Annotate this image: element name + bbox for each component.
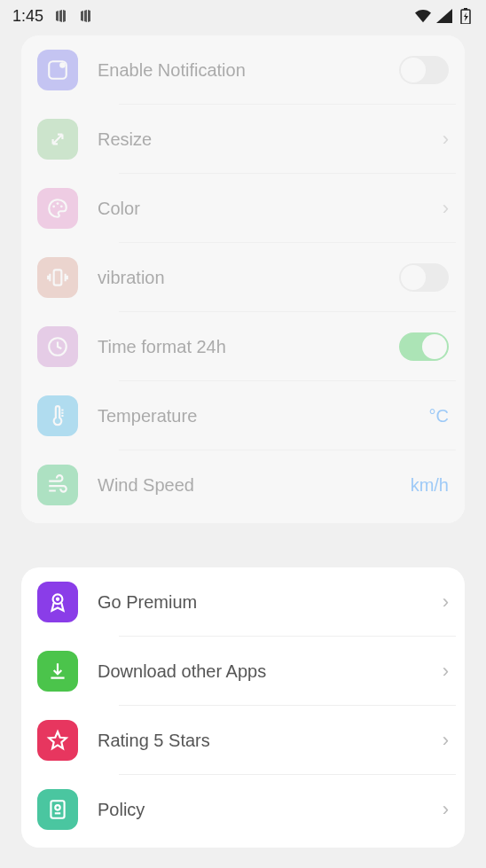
row-color[interactable]: Color ›	[21, 174, 465, 243]
wind-value: km/h	[411, 475, 449, 496]
chevron-right-icon: ›	[443, 590, 449, 614]
settings-group-1: Enable Notification Resize › Color › vib…	[21, 35, 465, 523]
row-label: Color	[98, 199, 443, 219]
temperature-value: °C	[429, 406, 449, 426]
row-resize[interactable]: Resize ›	[21, 105, 465, 174]
toggle-vibration[interactable]	[399, 263, 449, 292]
palette-icon	[37, 188, 78, 229]
row-enable-notification[interactable]: Enable Notification	[21, 35, 465, 105]
svg-rect-1	[464, 8, 467, 10]
svg-point-5	[57, 202, 59, 205]
row-label: Wind Speed	[98, 475, 411, 496]
wifi-icon	[415, 8, 431, 24]
row-go-premium[interactable]: Go Premium ›	[21, 567, 465, 637]
chevron-right-icon: ›	[443, 128, 449, 151]
svg-point-4	[52, 205, 55, 207]
download-icon	[37, 651, 78, 692]
toggle-notification[interactable]	[399, 56, 449, 84]
status-app-icon-2	[77, 8, 93, 24]
battery-icon	[458, 8, 474, 24]
star-icon	[37, 720, 78, 761]
row-wind-speed[interactable]: Wind Speed km/h	[21, 450, 465, 520]
status-app-icon-1	[52, 8, 68, 24]
clock-icon	[37, 326, 78, 367]
wind-icon	[37, 465, 78, 505]
policy-icon	[37, 789, 78, 830]
chevron-right-icon: ›	[443, 197, 449, 220]
status-bar: 1:45	[0, 0, 486, 32]
chevron-right-icon: ›	[443, 798, 449, 821]
chevron-right-icon: ›	[443, 729, 449, 752]
row-download-apps[interactable]: Download other Apps ›	[21, 637, 465, 706]
row-temperature[interactable]: Temperature °C	[21, 381, 465, 450]
row-label: Policy	[98, 800, 443, 820]
row-label: vibration	[98, 268, 399, 288]
resize-icon	[37, 119, 78, 160]
row-label: Rating 5 Stars	[98, 731, 443, 751]
row-label: Resize	[98, 129, 443, 150]
row-time-format[interactable]: Time format 24h	[21, 312, 465, 381]
signal-icon	[436, 8, 452, 24]
settings-group-2: Go Premium › Download other Apps › Ratin…	[21, 567, 465, 848]
row-label: Download other Apps	[98, 661, 443, 682]
svg-point-10	[56, 598, 59, 601]
status-time: 1:45	[12, 7, 43, 26]
row-label: Time format 24h	[98, 337, 399, 357]
row-vibration[interactable]: vibration	[21, 243, 465, 312]
vibration-icon	[37, 257, 78, 298]
chevron-right-icon: ›	[443, 660, 449, 683]
svg-point-12	[55, 805, 59, 809]
row-label: Temperature	[98, 406, 429, 426]
toggle-time-format[interactable]	[399, 332, 449, 361]
premium-icon	[37, 582, 78, 622]
svg-rect-7	[54, 270, 62, 285]
row-policy[interactable]: Policy ›	[21, 775, 465, 844]
row-label: Go Premium	[98, 592, 443, 613]
notification-icon	[37, 50, 78, 90]
thermometer-icon	[37, 395, 78, 436]
svg-point-6	[60, 205, 63, 207]
row-rating[interactable]: Rating 5 Stars ›	[21, 706, 465, 775]
row-label: Enable Notification	[98, 60, 399, 81]
svg-point-3	[59, 62, 66, 68]
